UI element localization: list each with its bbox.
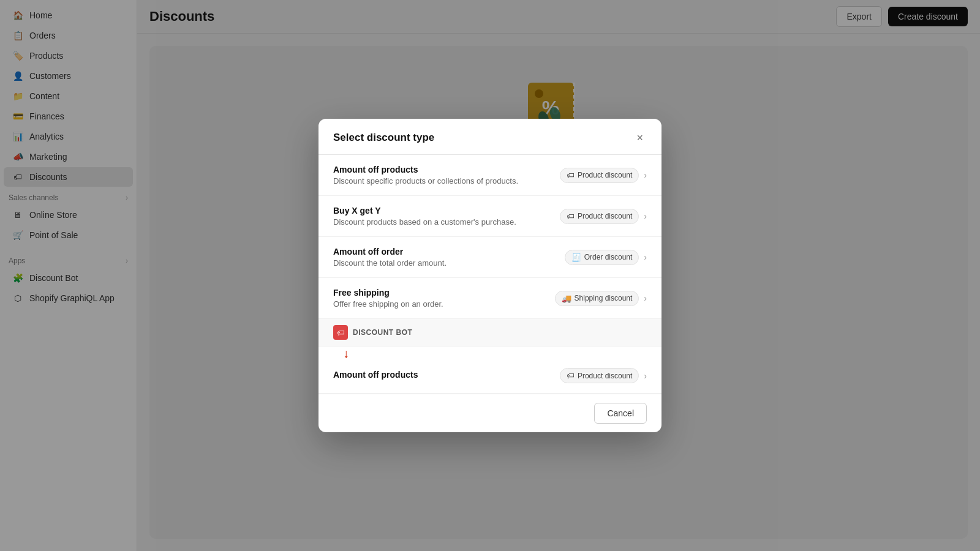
badge-icon-2: 🧾 (571, 253, 581, 262)
option-left-1: Buy X get Y Discount products based on a… (333, 206, 516, 227)
discount-option-3[interactable]: Free shipping Offer free shipping on an … (318, 278, 662, 319)
modal-close-button[interactable]: × (633, 131, 647, 144)
badge-label-1: Product discount (578, 212, 632, 220)
app-discount-badge: 🏷 Product discount (560, 368, 639, 383)
option-badge-0: 🏷 Product discount (560, 168, 639, 183)
discount-option-1[interactable]: Buy X get Y Discount products based on a… (318, 196, 662, 237)
app-discount-chevron: › (644, 371, 647, 381)
option-badge-2: 🧾 Order discount (565, 250, 639, 265)
option-title-2: Amount off order (333, 247, 447, 257)
modal-overlay[interactable]: Select discount type × Amount off produc… (0, 0, 980, 551)
option-badge-1: 🏷 Product discount (560, 209, 639, 224)
badge-label-3: Shipping discount (575, 294, 633, 302)
option-badge-3: 🚚 Shipping discount (555, 291, 639, 306)
option-left-2: Amount off order Discount the total orde… (333, 247, 447, 268)
app-discount-option-title: Amount off products (333, 370, 418, 380)
discount-option-0[interactable]: Amount off products Discount specific pr… (318, 155, 662, 196)
option-chevron-0: › (644, 170, 647, 180)
modal: Select discount type × Amount off produc… (318, 119, 662, 432)
modal-body: Amount off products Discount specific pr… (318, 155, 662, 394)
badge-icon-3: 🚚 (562, 294, 571, 303)
option-chevron-3: › (644, 293, 647, 303)
option-title-0: Amount off products (333, 165, 518, 174)
modal-header: Select discount type × (318, 119, 662, 155)
app-badge-icon: 🏷 (567, 371, 575, 380)
option-title-1: Buy X get Y (333, 206, 516, 216)
option-desc-3: Offer free shipping on an order. (333, 299, 443, 309)
option-left-3: Free shipping Offer free shipping on an … (333, 288, 443, 309)
app-badge-label: Product discount (578, 372, 632, 380)
badge-label-0: Product discount (578, 171, 632, 179)
option-left-0: Amount off products Discount specific pr… (333, 165, 518, 186)
app-discount-option[interactable]: Amount off products 🏷 Product discount › (318, 358, 662, 394)
app-section-name: DISCOUNT BOT (353, 328, 412, 337)
arrow-down-icon: ↓ (343, 347, 349, 361)
discount-bot-icon: 🏷 (333, 325, 348, 340)
option-right-2: 🧾 Order discount › (565, 250, 647, 265)
option-right-1: 🏷 Product discount › (560, 209, 647, 224)
app-section-divider: 🏷 DISCOUNT BOT (318, 319, 662, 347)
modal-footer: Cancel (318, 394, 662, 432)
option-right-0: 🏷 Product discount › (560, 168, 647, 183)
option-chevron-2: › (644, 252, 647, 262)
discount-option-2[interactable]: Amount off order Discount the total orde… (318, 237, 662, 278)
badge-icon-0: 🏷 (567, 171, 575, 180)
badge-label-2: Order discount (584, 253, 633, 261)
option-chevron-1: › (644, 211, 647, 221)
option-desc-1: Discount products based on a customer's … (333, 217, 516, 227)
app-discount-option-right: 🏷 Product discount › (560, 368, 647, 383)
badge-icon-1: 🏷 (567, 212, 575, 221)
cancel-button[interactable]: Cancel (594, 403, 647, 424)
option-right-3: 🚚 Shipping discount › (555, 291, 647, 306)
modal-title: Select discount type (333, 132, 434, 144)
option-desc-2: Discount the total order amount. (333, 258, 447, 268)
option-title-3: Free shipping (333, 288, 443, 298)
app-discount-option-left: Amount off products (333, 370, 418, 381)
option-desc-0: Discount specific products or collection… (333, 176, 518, 186)
